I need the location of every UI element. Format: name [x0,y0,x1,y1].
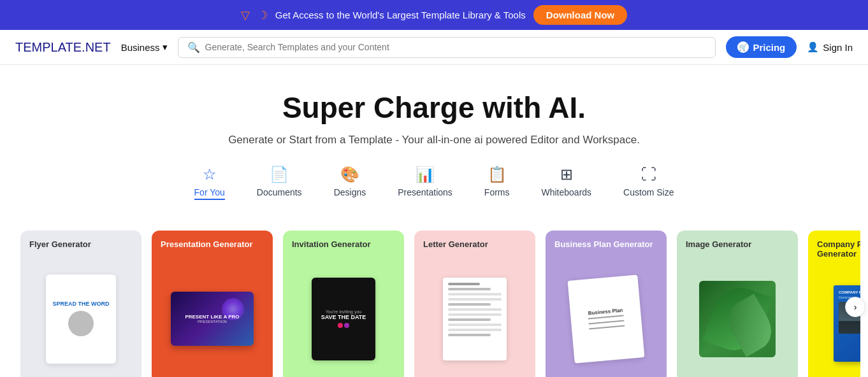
letter-line9 [448,324,502,326]
tab-designs[interactable]: 🎨 Designs [334,166,366,200]
letter-line3 [448,293,502,295]
tab-documents[interactable]: 📄 Documents [257,166,302,200]
business-thumb-title: Business Plan [588,307,623,316]
document-icon: 📄 [270,166,289,183]
card-business-label: Business Plan Generator [546,231,667,254]
category-tabs: ☆ For You 📄 Documents 🎨 Designs 📊 Presen… [13,166,855,200]
pricing-button[interactable]: 🛒 Pricing [726,36,797,58]
letter-line8 [448,318,491,321]
letter-line4 [448,298,502,301]
business-line3 [589,324,625,329]
letter-line7 [448,313,502,316]
tab-whiteboards[interactable]: ⊞ Whiteboards [542,166,592,200]
card-business-image: Business Plan [546,254,667,377]
logo-template: TEMPLATE [15,40,82,54]
header: TEMPLATE.NET Business ▾ 🔍 🛒 Pricing 👤 Si… [0,30,868,65]
card-business-plan[interactable]: Business Plan Generator Business Plan [546,231,667,377]
tab-documents-label: Documents [257,187,302,197]
signin-button[interactable]: 👤 Sign In [807,41,853,53]
cart-icon: 🛒 [737,41,749,53]
card-letter[interactable]: Letter Generator [414,231,535,377]
card-invitation[interactable]: Invitation Generator You're inviting you… [283,231,404,377]
top-banner: ▽ ☽ Get Access to the World's Largest Te… [0,0,868,30]
search-icon: 🔍 [187,41,200,53]
card-image[interactable]: Image Generator [677,231,798,377]
card-flyer[interactable]: Flyer Generator SPREAD THE WORD [20,231,141,377]
tab-forms-label: Forms [484,187,510,197]
forms-icon: 📋 [488,166,507,183]
company-city [839,321,860,334]
letter-line6 [448,308,502,311]
letter-line10 [448,329,502,331]
cards-row: Flyer Generator SPREAD THE WORD Presenta… [8,231,860,377]
pricing-label: Pricing [753,42,785,53]
flyer-thumb-text: SPREAD THE WORD [52,301,109,308]
business-label: Business [121,42,160,53]
card-image-thumb [677,254,798,377]
logo-net: NET [85,40,111,54]
card-invitation-label: Invitation Generator [283,231,404,254]
card-letter-label: Letter Generator [414,231,535,254]
tab-whiteboards-label: Whiteboards [542,187,592,197]
banner-triangle-icon: ▽ [241,8,250,22]
card-flyer-image: SPREAD THE WORD [20,254,141,377]
download-now-button[interactable]: Download Now [533,5,628,25]
card-company-image: COMPANY PROFILE Generator [808,264,860,377]
tab-presentations[interactable]: 📊 Presentations [398,166,452,200]
next-arrow-button[interactable]: › [845,297,865,317]
business-line2 [588,320,624,324]
invitation-thumb-text2: SAVE THE DATE [321,314,366,320]
tab-for-you[interactable]: ☆ For You [194,166,225,200]
tab-custom-size-label: Custom Size [623,187,674,197]
letter-line5 [448,303,491,306]
presentation-thumb-text1: PRESENT LIKE A PRO [185,314,239,320]
card-flyer-label: Flyer Generator [20,231,141,254]
banner-text: Get Access to the World's Largest Templa… [275,10,526,20]
hero-section: Super Charge with AI. Generate or Start … [0,65,868,231]
tab-designs-label: Designs [334,187,366,197]
card-image-label: Image Generator [677,231,798,254]
tab-custom-size[interactable]: ⛶ Custom Size [623,166,674,200]
banner-moon-icon: ☽ [257,8,268,22]
search-input[interactable] [205,42,707,52]
card-presentation-label: Presentation Generator [152,231,273,254]
whiteboards-icon: ⊞ [560,166,573,183]
dot2 [344,323,349,328]
chevron-down-icon: ▾ [163,41,168,53]
logo[interactable]: TEMPLATE.NET [15,40,111,55]
business-menu-button[interactable]: Business ▾ [121,41,168,53]
card-company-label: Company Profile Generator [808,231,860,264]
invitation-thumb-text1: You're inviting you [326,309,361,314]
letter-line11 [448,334,491,336]
search-bar[interactable]: 🔍 [178,37,716,58]
flyer-thumb-figure [68,311,94,336]
company-thumb-title: COMPANY PROFILE [839,290,860,294]
cards-section: Flyer Generator SPREAD THE WORD Presenta… [0,231,868,377]
designs-icon: 🎨 [340,166,359,183]
custom-size-icon: ⛶ [641,166,656,183]
card-presentation-image: PRESENT LIKE A PRO PRESENTATION [152,254,273,377]
hero-title: Super Charge with AI. [13,90,855,125]
tab-forms[interactable]: 📋 Forms [484,166,510,200]
user-icon: 👤 [807,41,819,53]
signin-label: Sign In [823,42,853,53]
tab-for-you-label: For You [194,187,225,197]
dot1 [338,323,343,328]
invitation-thumb-dots [338,323,349,328]
card-letter-image [414,254,535,377]
letter-line2 [448,288,491,290]
hero-subtitle: Generate or Start from a Template - Your… [13,134,855,146]
presentation-thumb-text2: PRESENTATION [198,320,227,324]
presentations-icon: 📊 [416,166,435,183]
star-icon: ☆ [203,166,217,183]
card-invitation-image: You're inviting you SAVE THE DATE [283,254,404,377]
tab-presentations-label: Presentations [398,187,452,197]
card-presentation[interactable]: Presentation Generator PRESENT LIKE A PR… [152,231,273,377]
letter-line1 [448,283,480,285]
